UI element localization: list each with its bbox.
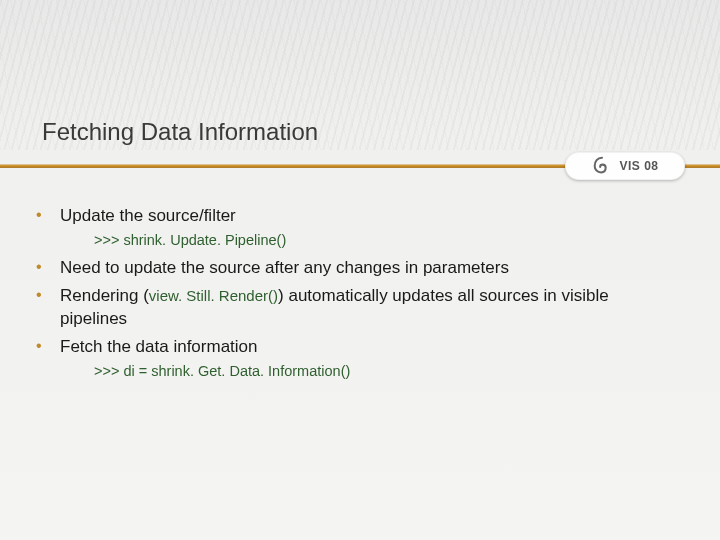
divider: VIS 08 bbox=[0, 156, 720, 178]
bullet-item: • Need to update the source after any ch… bbox=[34, 256, 672, 280]
slide-title: Fetching Data Information bbox=[42, 118, 720, 146]
bullet-item: • Update the source/filter bbox=[34, 204, 672, 228]
bullet-marker: • bbox=[34, 335, 60, 357]
bullet-marker: • bbox=[34, 256, 60, 278]
bullet-marker: • bbox=[34, 204, 60, 226]
code-line: >>> shrink. Update. Pipeline() bbox=[94, 232, 672, 248]
bullet-marker: • bbox=[34, 284, 60, 306]
content-area: • Update the source/filter >>> shrink. U… bbox=[0, 178, 720, 379]
bullet-text: Rendering (view. Still. Render()) automa… bbox=[60, 284, 672, 332]
bullet-text: Need to update the source after any chan… bbox=[60, 256, 672, 280]
inline-code: view. Still. Render() bbox=[149, 287, 278, 304]
title-area: Fetching Data Information bbox=[0, 0, 720, 146]
logo-text: VIS 08 bbox=[619, 159, 658, 173]
bullet-item: • Fetch the data information bbox=[34, 335, 672, 359]
code-line: >>> di = shrink. Get. Data. Information(… bbox=[94, 363, 672, 379]
swirl-icon bbox=[591, 155, 613, 177]
bullet-text: Fetch the data information bbox=[60, 335, 672, 359]
bullet-item: • Rendering (view. Still. Render()) auto… bbox=[34, 284, 672, 332]
logo-badge: VIS 08 bbox=[565, 152, 685, 180]
bullet-text-pre: Rendering ( bbox=[60, 286, 149, 305]
bullet-text: Update the source/filter bbox=[60, 204, 672, 228]
